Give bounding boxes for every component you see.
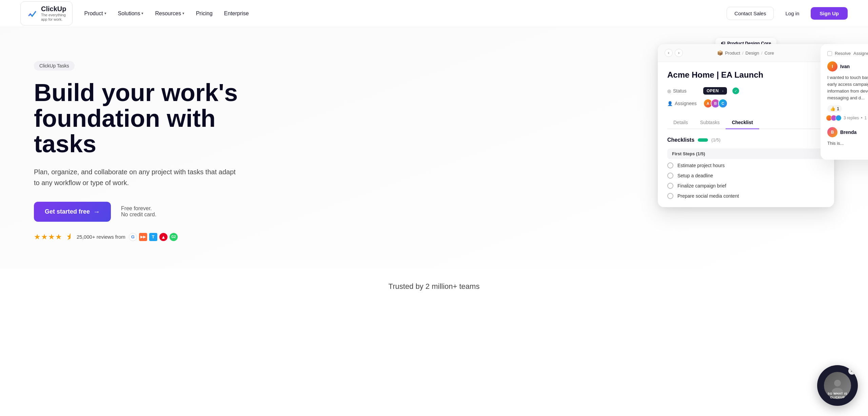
login-button[interactable]: Log in bbox=[778, 7, 807, 20]
status-label: ◎ Status bbox=[667, 88, 698, 94]
nav-enterprise[interactable]: Enterprise bbox=[219, 8, 254, 19]
breadcrumb-design[interactable]: Design bbox=[746, 51, 759, 56]
hero-section: ClickUp Tasks Build your work's foundati… bbox=[0, 27, 868, 269]
logo-name: ClickUp bbox=[41, 5, 66, 13]
card-tabs: Details Subtasks Checklist bbox=[667, 116, 825, 129]
task-meta: ◎ Status OPEN › ✓ 👤 Assignees bbox=[667, 87, 825, 108]
tab-subtasks[interactable]: Subtasks bbox=[694, 116, 726, 129]
replies-count[interactable]: 3 replies bbox=[844, 116, 859, 120]
get-started-button[interactable]: Get started free → bbox=[34, 202, 111, 222]
breadcrumb: 📦 Product / Design / Core bbox=[717, 50, 774, 56]
comment-author-brenda: B Brenda bbox=[827, 127, 868, 137]
status-row: ◎ Status OPEN › ✓ bbox=[667, 87, 825, 95]
checklist-item-1: Estimate project hours bbox=[667, 162, 825, 169]
cta-free-text: Free forever. No credit card. bbox=[121, 205, 156, 218]
status-icon: ◎ bbox=[667, 88, 671, 94]
hero-subtitle: Plan, organize, and collaborate on any p… bbox=[34, 166, 237, 188]
checklist-radio-2[interactable] bbox=[667, 173, 673, 179]
google-icon: G bbox=[129, 233, 137, 241]
assignees-row: 👤 Assignees A B C bbox=[667, 99, 825, 108]
comment-panel: Resolve Assigned to Caroline I Ivan I wa… bbox=[821, 44, 868, 160]
checklist-item-2: Setup a deadline bbox=[667, 173, 825, 179]
task-card: ‹ › 📦 Product / Design / Core Acme Home … bbox=[658, 44, 834, 207]
checklist-item-4: Prepare social media content bbox=[667, 193, 825, 199]
resolve-label: Resolve bbox=[835, 51, 851, 56]
logo-text: ClickUp The everything app for work. bbox=[41, 5, 66, 22]
card-nav-arrows: ‹ › bbox=[665, 49, 683, 57]
resolve-checkbox[interactable] bbox=[827, 51, 832, 56]
card-body: Acme Home | EA Launch ◎ Status OPEN › ✓ bbox=[658, 62, 834, 207]
checklists-header: Checklists (1/5) + bbox=[667, 136, 825, 144]
chevron-down-icon: ▾ bbox=[141, 11, 143, 16]
nav-left: ClickUp The everything app for work. Pro… bbox=[20, 1, 254, 25]
hero-badge: ClickUp Tasks bbox=[34, 61, 75, 71]
checklist-radio-1[interactable] bbox=[667, 162, 673, 169]
status-check-icon[interactable]: ✓ bbox=[732, 87, 739, 94]
comment-author-ivan: I Ivan bbox=[827, 61, 868, 72]
user-icon: 👤 bbox=[667, 101, 673, 106]
reaction-thumbsup[interactable]: 👍 1 bbox=[827, 105, 842, 112]
resolve-row: Resolve Assigned to Caroline bbox=[827, 51, 868, 56]
breadcrumb-product[interactable]: Product bbox=[725, 51, 740, 56]
comment-reactions: 👍 1 bbox=[827, 105, 868, 112]
chevron-down-icon: ▾ bbox=[182, 11, 184, 16]
chevron-down-icon: ▾ bbox=[104, 11, 106, 16]
assignees-label: 👤 Assignees bbox=[667, 101, 698, 106]
checklist-radio-3[interactable] bbox=[667, 183, 673, 189]
nav-right: Contact Sales Log in Sign Up bbox=[727, 7, 848, 20]
nav-pricing[interactable]: Pricing bbox=[191, 8, 217, 19]
reviews-text: 25,000+ reviews from bbox=[77, 234, 125, 240]
checklist-group-label: First Steps (1/5) bbox=[667, 148, 825, 159]
contact-sales-button[interactable]: Contact Sales bbox=[727, 7, 774, 20]
avatar-brenda: B bbox=[827, 127, 837, 137]
avatar-3[interactable]: C bbox=[718, 99, 728, 108]
tab-checklist[interactable]: Checklist bbox=[726, 116, 759, 129]
meta-avatar-3 bbox=[835, 115, 842, 121]
star-rating: ★★★★ bbox=[34, 233, 62, 241]
hero-right: 🏷 Product Design Core ‹ › 📦 Product / De… bbox=[658, 44, 834, 207]
comment-text-brenda: This is... bbox=[827, 140, 868, 147]
checklist-progress-bar bbox=[698, 138, 708, 142]
status-badge[interactable]: OPEN › bbox=[703, 87, 727, 95]
card-forward-button[interactable]: › bbox=[675, 49, 683, 57]
checklist-radio-4[interactable] bbox=[667, 193, 673, 199]
g2-icon: G2 bbox=[170, 233, 178, 241]
arrow-right-icon: → bbox=[93, 208, 100, 216]
checklist-items: Estimate project hours Setup a deadline … bbox=[667, 162, 825, 199]
card-back-button[interactable]: ‹ bbox=[665, 49, 673, 57]
nav-solutions[interactable]: Solutions ▾ bbox=[113, 8, 149, 19]
card-topbar: ‹ › 📦 Product / Design / Core bbox=[658, 44, 834, 62]
checklists-title: Checklists (1/5) bbox=[667, 137, 721, 143]
assignee-avatars: A B C bbox=[703, 99, 728, 108]
hero-title: Build your work's foundation with tasks bbox=[34, 80, 278, 157]
package-icon: 📦 bbox=[717, 50, 723, 56]
trusted-title: Trusted by 2 million+ teams bbox=[0, 282, 868, 291]
logo[interactable]: ClickUp The everything app for work. bbox=[20, 1, 73, 25]
comment-name-brenda: Brenda bbox=[840, 130, 856, 135]
checklist-count: (1/5) bbox=[711, 137, 721, 142]
review-platform-icons: G ▶▶ T ▲ G2 bbox=[129, 233, 178, 241]
task-title: Acme Home | EA Launch bbox=[667, 70, 825, 80]
comment-name-ivan: Ivan bbox=[840, 64, 850, 69]
breadcrumb-core[interactable]: Core bbox=[765, 51, 774, 56]
new-comment-label[interactable]: 1 new comment bbox=[865, 116, 868, 120]
hero-left: ClickUp Tasks Build your work's foundati… bbox=[34, 47, 278, 241]
nav-resources[interactable]: Resources ▾ bbox=[150, 8, 189, 19]
status-next-icon: › bbox=[722, 89, 724, 93]
tab-details[interactable]: Details bbox=[667, 116, 694, 129]
checklist-item-3: Finalize campaign brief bbox=[667, 183, 825, 189]
star-half-icon: ⯨ bbox=[66, 233, 73, 241]
nav-links: Product ▾ Solutions ▾ Resources ▾ Pricin… bbox=[79, 8, 253, 19]
reviews-row: ★★★★⯨ 25,000+ reviews from G ▶▶ T ▲ G2 bbox=[34, 233, 278, 241]
comment-meta-ivan: 3 replies • 1 new comment bbox=[827, 115, 868, 121]
assigned-label: Assigned to Caroline bbox=[853, 51, 868, 56]
product-hunt-icon: ▲ bbox=[159, 233, 167, 241]
comment-meta-avatars bbox=[827, 115, 842, 121]
comment-ivan: I Ivan I wanted to touch base as we prep… bbox=[827, 61, 868, 121]
nav-product[interactable]: Product ▾ bbox=[79, 8, 111, 19]
dot-separator: • bbox=[861, 116, 862, 120]
trustpilot-icon: T bbox=[149, 233, 157, 241]
signup-button[interactable]: Sign Up bbox=[811, 7, 848, 20]
cta-row: Get started free → Free forever. No cred… bbox=[34, 202, 278, 222]
capterra-icon: ▶▶ bbox=[139, 233, 147, 241]
